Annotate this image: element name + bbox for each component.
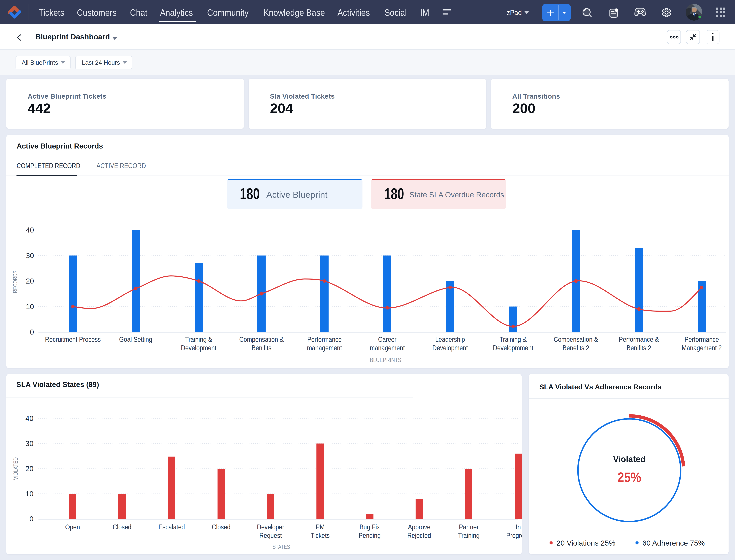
svg-text:Bug Fix: Bug Fix xyxy=(359,523,380,531)
svg-text:10: 10 xyxy=(26,303,34,311)
svg-text:Benifits 2: Benifits 2 xyxy=(627,344,651,352)
svg-text:0: 0 xyxy=(29,515,33,523)
svg-text:Benifits: Benifits xyxy=(251,344,271,352)
svg-text:Goal Setting: Goal Setting xyxy=(119,335,152,343)
svg-text:60 Adherence 75%: 60 Adherence 75% xyxy=(642,539,705,547)
svg-text:Benefits 2: Benefits 2 xyxy=(563,344,589,352)
svg-text:20 Violations 25%: 20 Violations 25% xyxy=(557,539,615,547)
svg-text:Open: Open xyxy=(65,523,80,531)
svg-text:Developmment: Developmment xyxy=(493,344,533,352)
svg-text:Developer: Developer xyxy=(257,523,284,531)
svg-text:Tickets: Tickets xyxy=(311,532,330,539)
svg-text:Recruitment Process: Recruitment Process xyxy=(45,335,101,343)
svg-text:Request: Request xyxy=(259,532,282,539)
svg-text:Violated: Violated xyxy=(613,454,646,464)
svg-text:STATES: STATES xyxy=(273,544,290,550)
svg-text:Career: Career xyxy=(378,335,397,343)
svg-text:Compensation &: Compensation & xyxy=(239,335,284,343)
svg-text:25%: 25% xyxy=(618,469,641,485)
svg-text:Approve: Approve xyxy=(408,523,431,531)
svg-text:Closed: Closed xyxy=(113,523,131,531)
svg-text:management: management xyxy=(307,344,342,352)
svg-text:Training &: Training & xyxy=(500,335,527,343)
svg-text:RECORDS: RECORDS xyxy=(12,271,19,293)
svg-text:PM: PM xyxy=(316,523,325,531)
svg-text:40: 40 xyxy=(25,414,33,422)
svg-text:20: 20 xyxy=(26,277,34,285)
svg-text:Partner: Partner xyxy=(459,523,479,531)
svg-text:20: 20 xyxy=(25,465,33,473)
svg-text:Performance: Performance xyxy=(307,335,342,343)
svg-text:Training: Training xyxy=(458,532,480,539)
svg-text:Performance &: Performance & xyxy=(619,335,659,343)
svg-text:Leadership: Leadership xyxy=(435,335,465,343)
svg-text:Compensation &: Compensation & xyxy=(554,335,598,343)
svg-text:Management 2: Management 2 xyxy=(682,344,722,352)
svg-text:Progress: Progress xyxy=(506,532,522,539)
svg-text:VIOLATED: VIOLATED xyxy=(12,457,19,480)
svg-text:Development: Development xyxy=(432,344,468,352)
svg-text:0: 0 xyxy=(30,328,34,336)
svg-text:In: In xyxy=(516,523,521,531)
svg-text:Training &: Training & xyxy=(185,335,212,343)
svg-text:30: 30 xyxy=(26,252,34,260)
svg-text:40: 40 xyxy=(26,226,34,234)
svg-text:management: management xyxy=(370,344,405,352)
svg-text:Escalated: Escalated xyxy=(158,523,185,531)
svg-text:Pending: Pending xyxy=(359,532,381,539)
svg-text:30: 30 xyxy=(25,439,33,448)
svg-text:10: 10 xyxy=(25,490,33,498)
svg-text:Closed: Closed xyxy=(212,523,230,531)
svg-text:BLUEPRINTS: BLUEPRINTS xyxy=(370,357,401,363)
svg-text:Rejected: Rejected xyxy=(408,532,431,539)
svg-text:Performance: Performance xyxy=(685,335,719,343)
svg-text:Development: Development xyxy=(181,344,216,352)
